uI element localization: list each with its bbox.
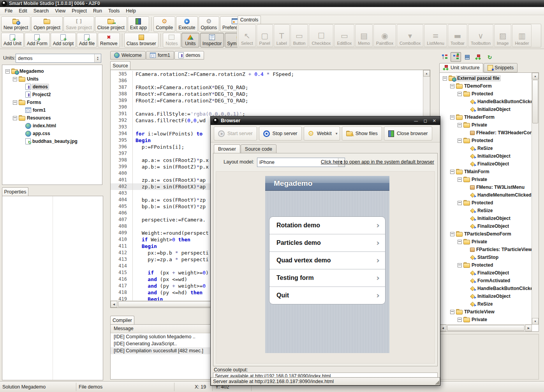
dropdown-arrow-icon[interactable]: ▼ [334,127,340,141]
structure-node-private[interactable]: Private [440,238,532,246]
collapse-toggle-icon[interactable] [13,77,17,81]
structure-node-tparticlesdemoform[interactable]: TParticlesDemoForm [440,230,532,238]
menu-edit[interactable]: Edit [16,7,30,14]
structure-node-initializeobject[interactable]: ▸InitializeObject [440,152,532,160]
structure-node-resize[interactable]: ▸ReSize [440,144,532,152]
project-node-buddhas-beauty-jpg[interactable]: ↻buddhas_beauty.jpg [2,137,102,145]
collapse-toggle-icon[interactable] [458,201,462,205]
collapse-toggle-icon[interactable] [458,92,462,96]
maximize-icon[interactable]: ◻ [422,118,429,123]
toolbar-button-units[interactable]: Units [181,33,199,47]
structure-node-private[interactable]: Private [440,176,532,183]
menu-run[interactable]: Run [90,7,105,14]
browser-button-stop-server[interactable]: Stop server [259,127,302,141]
collapse-toggle-icon[interactable] [458,139,462,143]
toolbar-button-remove[interactable]: ✖Remove [98,33,120,47]
scroll-up-icon[interactable]: ▲ [532,73,539,79]
project-node-forms[interactable]: Forms [2,98,102,106]
editor-tab-welcome[interactable]: Welcome [110,51,146,60]
project-node-units[interactable]: Units [2,75,102,83]
toolbar-button-add-unit[interactable]: +Add Unit [1,33,24,47]
collapse-toggle-icon[interactable] [13,116,17,120]
menu-tools[interactable]: Tools [105,7,123,14]
structure-node-finalizeobject[interactable]: ▸FinalizeObject [440,269,532,277]
toolbar-button-options[interactable]: ⚙Options [199,16,219,32]
structure-node-resize[interactable]: ▸ReSize [440,207,532,214]
structure-node-handlebackbuttonclicked[interactable]: ▸HandleBackButtonClicked [440,285,532,292]
structure-node-protected[interactable]: Protected [440,199,532,207]
structure-node-tmainform[interactable]: TMainForm [440,168,532,176]
collapse-toggle-icon[interactable] [450,170,454,174]
menu-search[interactable]: Search [30,7,52,14]
structure-node-startstop[interactable]: ▸StartStop [440,253,532,261]
scroll-down-icon[interactable]: ▼ [532,318,539,325]
collapse-toggle-icon[interactable] [450,310,454,314]
project-node-form1[interactable]: form1 [2,106,102,114]
structure-node-tdemoform[interactable]: TDemoForm [440,82,532,90]
collapse-toggle-icon[interactable] [450,115,454,120]
resize-grip-icon[interactable] [435,380,439,385]
collapse-toggle-icon[interactable] [450,232,454,236]
editor-tab-form1[interactable]: form1 [146,51,174,60]
collapse-toggle-icon[interactable] [458,318,462,322]
tab-compiler[interactable]: Compiler [110,316,134,325]
structure-node-handlemenuitemclicked[interactable]: ▸HandleMenuItemClicked [440,191,532,199]
structure-node-fmenu-tw3listmenu[interactable]: FMenu: TW3ListMenu [440,183,532,191]
structure-node-initializeobject[interactable]: ▸InitializeObject [440,292,532,300]
project-node-demos[interactable]: demos [2,83,102,91]
collapse-toggle-icon[interactable] [458,240,462,244]
scroll-left-icon[interactable]: ◀ [111,301,117,308]
structure-node-tparticleview[interactable]: TParticleView [440,308,532,316]
structure-node-finalizeobject[interactable]: ▸FinalizeObject [440,160,532,168]
browser-button-webkit[interactable]: ⚙Webkit [304,127,336,141]
tab-controls[interactable]: Controls [238,16,261,24]
collapse-toggle-icon[interactable] [458,178,462,182]
project-node-app-css[interactable]: app.css [2,130,102,137]
units-spinner[interactable]: ▲▼ [94,54,101,62]
structure-node-private[interactable]: Private [440,316,532,323]
structure-node-protected[interactable]: Protected [440,90,532,98]
scroll-left-icon[interactable]: ◀ [440,325,446,331]
toolbar-button-inspector[interactable]: Inspector [200,33,224,47]
close-icon[interactable]: ✕ [431,118,438,123]
scroll-right-icon[interactable]: ▶ [525,325,532,331]
menu-help[interactable]: Help [123,7,139,14]
editor-tab-demos[interactable]: demos [174,51,204,60]
structure-horizontal-scrollbar[interactable]: ◀ ▶ [440,324,532,331]
phone-menu-item-quad-vertex-demo[interactable]: Quad vertex demo› [269,252,385,269]
open-in-default-browser-link[interactable]: Click here to open app in the system def… [321,159,434,165]
toolbar-button-add-form[interactable]: +Add Form [25,33,50,47]
structure-tool-refresh[interactable]: ↻ [484,52,495,62]
structure-node-fparticles-tparticleview[interactable]: FParticles: TParticleView [440,246,532,253]
phone-menu-item-testing-form[interactable]: Testing form› [269,269,385,287]
structure-vscroll-thumb[interactable] [532,80,538,123]
toolbar-button-compile[interactable]: ⚙Compile [153,16,175,32]
phone-menu-item-quit[interactable]: Quit› [269,287,385,304]
project-node-resources[interactable]: Resources [2,114,102,122]
phone-menu-item-particles-demo[interactable]: Particles demo› [269,234,385,252]
browser-button-show-files[interactable]: ✎Show files [342,127,382,141]
toolbar-button-close-project[interactable]: →Close project [95,16,127,32]
toolbar-button-open-project[interactable]: Open project [31,16,63,32]
structure-node-handlebackbuttonclicked[interactable]: ▸HandleBackButtonClicked [440,98,532,105]
structure-node-protected[interactable]: Protected [440,137,532,144]
collapse-toggle-icon[interactable] [458,263,462,267]
project-node-index-html[interactable]: index.html [2,122,102,130]
tab-snippets[interactable]: ▪Snippets [484,63,518,72]
browser-tab-source-code[interactable]: Source code [241,144,276,153]
menu-file[interactable]: File [2,7,16,14]
tab-source[interactable]: Source [110,61,130,70]
structure-tool-diagram-view[interactable] [473,52,484,62]
toolbar-button-new-project[interactable]: New project [1,16,30,32]
menu-project[interactable]: Project [69,7,90,14]
toolbar-button-add-script[interactable]: +Add script [51,33,76,47]
structure-node-initializeobject[interactable]: ▸InitializeObject [440,214,532,222]
collapse-toggle-icon[interactable] [5,69,10,74]
collapse-toggle-icon[interactable] [443,76,447,81]
structure-node-resize[interactable]: ▸ReSize [440,300,532,308]
structure-hscroll-thumb[interactable] [447,325,525,331]
browser-titlebar[interactable]: Browser — ◻ ✕ [211,116,440,125]
menu-view[interactable]: View [52,7,69,14]
project-node-project2[interactable]: Project2 [2,91,102,98]
phone-menu-item-rotation-demo[interactable]: Rotation demo› [269,217,385,234]
